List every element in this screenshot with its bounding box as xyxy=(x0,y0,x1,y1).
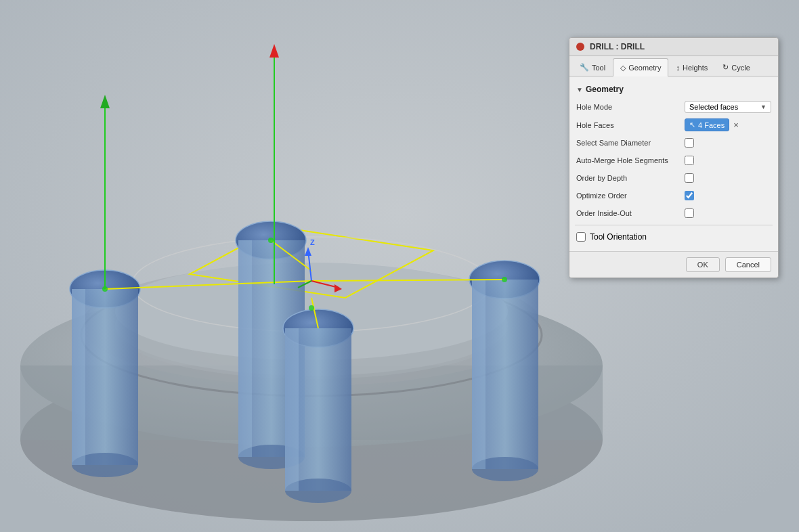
tab-heights-label: Heights xyxy=(683,64,708,72)
cancel-button[interactable]: Cancel xyxy=(725,257,771,272)
select-same-diameter-label: Select Same Diameter xyxy=(576,139,685,147)
svg-rect-29 xyxy=(472,280,485,469)
order-by-depth-checkbox[interactable] xyxy=(685,173,694,183)
auto-merge-checkbox[interactable] xyxy=(685,156,694,165)
hole-faces-label: Hole Faces xyxy=(576,121,685,129)
faces-count: 4 Faces xyxy=(698,121,725,129)
svg-point-47 xyxy=(102,286,108,292)
tab-cycle-label: Cycle xyxy=(731,64,750,72)
tab-tool[interactable]: 🔧 Tool xyxy=(572,58,613,76)
optimize-order-checkbox[interactable] xyxy=(685,191,694,200)
heights-tab-icon: ↕ xyxy=(676,64,680,72)
order-by-depth-label: Order by Depth xyxy=(576,174,685,182)
auto-merge-row: Auto-Merge Hole Segments xyxy=(569,152,778,169)
tab-bar: 🔧 Tool ◇ Geometry ↕ Heights ↻ Cycle xyxy=(569,56,778,76)
cycle-tab-icon: ↻ xyxy=(722,63,729,72)
panel-close-button[interactable] xyxy=(576,43,584,51)
hole-faces-button[interactable]: ↖ 4 Faces xyxy=(685,118,729,131)
svg-rect-24 xyxy=(285,328,299,491)
hole-mode-value: Selected faces xyxy=(689,103,738,111)
svg-rect-14 xyxy=(72,289,85,465)
select-same-diameter-row: Select Same Diameter xyxy=(569,134,778,152)
tab-tool-label: Tool xyxy=(592,64,605,72)
tool-orientation-row: Tool Orientation xyxy=(569,228,778,246)
cursor-icon: ↖ xyxy=(689,120,695,129)
dropdown-arrow-icon: ▼ xyxy=(760,104,766,110)
panel-body: ▼ Geometry Hole Mode Selected faces ▼ Ho… xyxy=(569,76,778,251)
select-same-diameter-control xyxy=(685,138,771,148)
svg-rect-19 xyxy=(238,240,252,457)
hole-mode-control: Selected faces ▼ xyxy=(685,101,771,113)
hole-mode-label: Hole Mode xyxy=(576,103,685,111)
hole-mode-dropdown[interactable]: Selected faces ▼ xyxy=(685,101,771,113)
order-inside-out-control xyxy=(685,208,771,218)
tab-cycle[interactable]: ↻ Cycle xyxy=(715,58,758,76)
tool-tab-icon: 🔧 xyxy=(580,63,589,72)
geometry-section-label: Geometry xyxy=(586,85,624,94)
hole-mode-row: Hole Mode Selected faces ▼ xyxy=(569,98,778,116)
order-by-depth-row: Order by Depth xyxy=(569,169,778,187)
tool-orientation-label: Tool Orientation xyxy=(590,232,647,242)
order-inside-out-row: Order Inside-Out xyxy=(569,204,778,222)
geometry-tab-icon: ◇ xyxy=(620,64,626,72)
drill-panel: DRILL : DRILL 🔧 Tool ◇ Geometry ↕ Height… xyxy=(569,37,779,278)
auto-merge-label: Auto-Merge Hole Segments xyxy=(576,156,685,164)
optimize-order-label: Optimize Order xyxy=(576,192,685,200)
optimize-order-row: Optimize Order xyxy=(569,187,778,204)
svg-text:Z: Z xyxy=(310,238,315,246)
tool-orientation-checkbox[interactable] xyxy=(576,232,586,242)
order-inside-out-label: Order Inside-Out xyxy=(576,209,685,217)
tab-geometry[interactable]: ◇ Geometry xyxy=(613,58,668,76)
optimize-order-control xyxy=(685,191,771,200)
hole-faces-row: Hole Faces ↖ 4 Faces × xyxy=(569,116,778,134)
geometry-section-header[interactable]: ▼ Geometry xyxy=(569,82,778,98)
section-arrow-icon: ▼ xyxy=(576,86,583,93)
auto-merge-control xyxy=(685,156,771,165)
ok-button[interactable]: OK xyxy=(686,257,720,272)
panel-titlebar: DRILL : DRILL xyxy=(569,38,778,56)
panel-footer: OK Cancel xyxy=(569,251,778,278)
svg-point-44 xyxy=(309,305,314,311)
select-same-diameter-checkbox[interactable] xyxy=(685,138,694,148)
svg-point-45 xyxy=(268,238,274,243)
hole-faces-control: ↖ 4 Faces × xyxy=(685,118,771,131)
order-by-depth-control xyxy=(685,173,771,183)
panel-title: DRILL : DRILL xyxy=(590,42,645,51)
separator xyxy=(575,225,773,225)
order-inside-out-checkbox[interactable] xyxy=(685,208,694,218)
svg-point-46 xyxy=(502,277,507,282)
tab-heights[interactable]: ↕ Heights xyxy=(668,58,715,76)
tab-geometry-label: Geometry xyxy=(628,64,661,72)
faces-clear-button[interactable]: × xyxy=(732,120,740,129)
